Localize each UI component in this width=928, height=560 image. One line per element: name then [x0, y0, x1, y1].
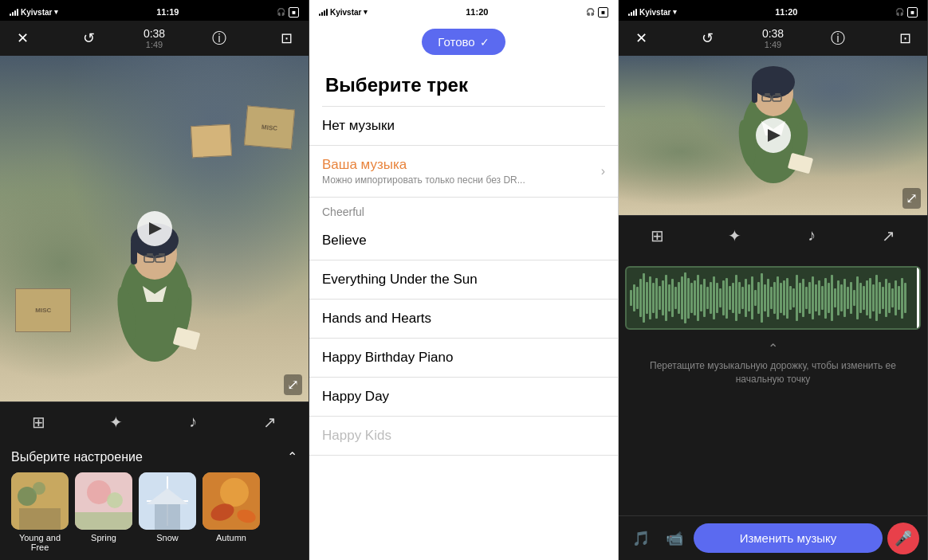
- right-music-button[interactable]: ♪: [794, 218, 829, 253]
- mood-label-young: Young andFree: [19, 533, 61, 552]
- close-button[interactable]: ✕: [10, 25, 35, 51]
- right-battery-indicator: ■: [907, 7, 918, 18]
- total-time: 1:49: [146, 40, 163, 49]
- left-carrier-text: Kyivstar: [21, 8, 52, 17]
- play-icon: [149, 222, 162, 235]
- info-button[interactable]: ⓘ: [206, 25, 232, 51]
- track-hands-label: Hands and Hearts: [322, 311, 431, 327]
- mood-title: Выберите настроение: [11, 450, 143, 464]
- play-button[interactable]: [137, 211, 172, 246]
- track-list[interactable]: Нет музыки Ваша музыка Можно импортирова…: [309, 107, 618, 560]
- track-happy-kids-label: Happy Kids: [322, 428, 391, 444]
- mood-item-snow[interactable]: Snow: [139, 472, 196, 552]
- timer-display: 0:38 1:49: [144, 27, 165, 49]
- right-timer-display: 0:38 1:49: [762, 27, 784, 49]
- svg-rect-35: [775, 93, 781, 95]
- track-happy-day[interactable]: Happy Day: [309, 378, 618, 417]
- mood-label-spring: Spring: [91, 533, 116, 542]
- music-button[interactable]: ♪: [175, 405, 210, 440]
- right-grid-button[interactable]: ⊞: [639, 218, 674, 253]
- current-time: 0:38: [144, 27, 165, 40]
- undo-button[interactable]: ↺: [77, 25, 102, 51]
- music-video-icon[interactable]: 📹: [660, 524, 689, 553]
- right-headphone-icon: 🎧: [895, 8, 904, 16]
- music-audio-icon[interactable]: 🎵: [627, 524, 655, 553]
- expand-button[interactable]: ⤢: [284, 374, 302, 395]
- svg-rect-33: [752, 82, 757, 103]
- mood-thumb-spring: [75, 472, 132, 530]
- drag-hint-chevron-icon: ⌃: [768, 341, 778, 356]
- mood-chevron-icon[interactable]: ⌃: [287, 449, 297, 464]
- svg-point-19: [107, 492, 123, 508]
- waveform-container[interactable]: [625, 266, 921, 330]
- resize-button[interactable]: ⊡: [273, 25, 299, 51]
- left-carrier: Kyivstar ▾: [10, 8, 58, 17]
- no-music-label: Нет музыки: [322, 118, 395, 134]
- right-panel: Kyivstar ▾ 11:20 🎧 ■ ✕ ↺ 0:38 1:49 ⓘ ⊡: [619, 0, 928, 560]
- center-battery-indicator: ■: [598, 7, 608, 18]
- drag-hint-text: Перетащите музыкальную дорожку, чтобы из…: [631, 359, 914, 386]
- left-battery: 🎧 ■: [277, 7, 299, 18]
- your-music-label: Ваша музыка: [322, 157, 525, 173]
- track-birthday[interactable]: Happy Birthday Piano: [309, 339, 618, 378]
- right-total-time: 1:49: [765, 40, 781, 49]
- mood-section: Выберите настроение ⌃ Young andFree: [0, 441, 309, 560]
- track-believe[interactable]: Believe: [309, 221, 618, 260]
- svg-rect-16: [19, 508, 61, 530]
- grid-button[interactable]: ⊞: [21, 405, 56, 440]
- right-battery: 🎧 ■: [895, 7, 918, 18]
- track-hands[interactable]: Hands and Hearts: [309, 300, 618, 339]
- change-music-button[interactable]: Изменить музыку: [694, 523, 883, 553]
- mood-item-young[interactable]: Young andFree: [11, 472, 69, 552]
- done-label: Готово: [438, 35, 474, 49]
- mood-header: Выберите настроение ⌃: [11, 449, 297, 464]
- right-star-button[interactable]: ✦: [717, 218, 752, 253]
- no-music-item[interactable]: Нет музыки: [309, 107, 618, 146]
- music-track-area[interactable]: ⌃ Перетащите музыкальную дорожку, чтобы …: [619, 255, 927, 515]
- wifi-icon: ▾: [54, 8, 58, 16]
- right-bottom-toolbar: ⊞ ✦ ♪ ↗: [619, 215, 927, 255]
- track-birthday-label: Happy Birthday Piano: [322, 350, 453, 366]
- done-check-icon: ✓: [480, 36, 490, 49]
- center-carrier-text: Kyivstar: [330, 8, 361, 17]
- right-info-button[interactable]: ⓘ: [825, 25, 851, 51]
- right-play-button[interactable]: [756, 118, 791, 153]
- left-bottom-toolbar: ⊞ ✦ ♪ ↗: [0, 401, 309, 441]
- box-decoration: MISC: [244, 106, 295, 150]
- signal-bars: [10, 8, 18, 16]
- star-button[interactable]: ✦: [98, 405, 133, 440]
- right-close-button[interactable]: ✕: [628, 25, 654, 51]
- right-video-area[interactable]: ⤢: [619, 56, 927, 215]
- mood-item-spring[interactable]: Spring: [75, 472, 132, 552]
- share-button[interactable]: ↗: [253, 405, 288, 440]
- waveform-cursor: [917, 268, 919, 328]
- left-top-toolbar: ✕ ↺ 0:38 1:49 ⓘ ⊡: [0, 21, 309, 56]
- mic-button[interactable]: 🎤: [887, 523, 919, 554]
- done-row: Готово ✓: [309, 21, 618, 55]
- track-happy-kids: Happy Kids: [309, 417, 618, 456]
- your-music-content: Ваша музыка Можно импортировать только п…: [322, 157, 525, 186]
- your-music-sublabel: Можно импортировать только песни без DR.…: [322, 174, 525, 186]
- mood-label-autumn: Autumn: [216, 533, 246, 542]
- your-music-item[interactable]: Ваша музыка Можно импортировать только п…: [309, 146, 618, 198]
- track-happy-day-label: Happy Day: [322, 389, 389, 405]
- track-everything-label: Everything Under the Sun: [322, 272, 478, 288]
- right-expand-button[interactable]: ⤢: [902, 188, 921, 209]
- right-undo-button[interactable]: ↺: [695, 25, 721, 51]
- drag-hint: ⌃ Перетащите музыкальную дорожку, чтобы …: [625, 335, 921, 393]
- center-status-bar: Kyivstar ▾ 11:20 🎧 ■: [309, 0, 618, 21]
- done-button[interactable]: Готово ✓: [422, 29, 505, 55]
- right-signal-bars: [628, 8, 637, 16]
- right-resize-button[interactable]: ⊡: [892, 25, 918, 51]
- mood-item-autumn[interactable]: Autumn: [203, 472, 260, 552]
- mood-items-list: Young andFree Spring: [11, 472, 297, 552]
- svg-point-15: [33, 482, 45, 495]
- right-share-button[interactable]: ↗: [871, 218, 906, 253]
- section-cheerful: Cheerful: [309, 198, 618, 221]
- left-video-area[interactable]: MISC MISC: [0, 56, 309, 401]
- right-wifi-icon: ▾: [673, 8, 677, 16]
- svg-rect-24: [155, 504, 180, 530]
- select-track-title: Выберите трек: [322, 74, 468, 96]
- track-everything[interactable]: Everything Under the Sun: [309, 260, 618, 300]
- right-current-time: 0:38: [762, 27, 784, 40]
